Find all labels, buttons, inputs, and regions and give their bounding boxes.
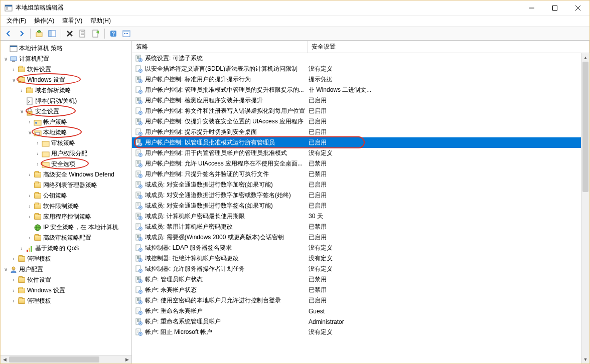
tree-root[interactable]: 本地计算机 策略 (2, 43, 131, 54)
policy-row[interactable]: 域控制器: LDAP 服务器签名要求没有定义 (132, 243, 589, 253)
tree-admin-templates-user[interactable]: ›管理模板 (2, 296, 131, 306)
scrollbar-thumb[interactable] (582, 62, 588, 192)
scroll-left-icon[interactable]: ◀ (1, 355, 9, 363)
policy-row[interactable]: 帐户: 重命名来宾帐户Guest (132, 306, 589, 316)
collapse-icon[interactable]: ∨ (26, 129, 34, 137)
collapse-icon[interactable]: ∨ (18, 108, 26, 116)
properties-button[interactable] (77, 28, 89, 40)
expand-icon[interactable]: › (26, 213, 34, 221)
tree-pane[interactable]: 本地计算机 策略 ∨计算机配置 ›软件设置 ∨Windows 设置 ›域名解析策… (1, 41, 132, 363)
delete-button[interactable] (64, 28, 76, 40)
policy-row[interactable]: 帐户: 来宾帐户状态已禁用 (132, 285, 589, 295)
expand-icon[interactable]: › (34, 160, 42, 168)
policy-row[interactable]: 域成员: 需要强(Windows 2000 或更高版本)会话密钥已启用 (132, 232, 589, 243)
tree-name-resolution[interactable]: ›域名解析策略 (2, 85, 131, 96)
menu-help[interactable]: 帮助(H) (87, 16, 114, 26)
column-header-setting[interactable]: 安全设置 (308, 41, 589, 53)
policy-row[interactable]: 用户帐户控制: 检测应用程序安装并提示提升已启用 (132, 95, 589, 106)
expand-icon[interactable]: › (10, 287, 18, 295)
collapse-icon[interactable]: ∨ (2, 266, 10, 274)
help-button[interactable]: ? (107, 28, 119, 40)
policy-row[interactable]: 用户帐户控制: 标准用户的提升提示行为提示凭据 (132, 74, 589, 85)
show-hide-tree-button[interactable] (46, 28, 58, 40)
tree-windows-settings-user[interactable]: ›Windows 设置 (2, 285, 131, 296)
expand-icon[interactable]: › (26, 203, 34, 211)
tree-app-control[interactable]: ›应用程序控制策略 (2, 212, 131, 222)
expand-icon[interactable]: › (26, 118, 34, 126)
expand-icon[interactable]: › (26, 171, 34, 179)
list-vertical-scrollbar[interactable]: ▲ ▼ (581, 53, 589, 363)
tree-software-restriction[interactable]: ›软件限制策略 (2, 201, 131, 212)
tree-policy-qos[interactable]: ›基于策略的 QoS (2, 243, 131, 254)
export-button[interactable] (90, 28, 102, 40)
expand-icon[interactable]: › (26, 234, 34, 242)
tree-windows-settings[interactable]: ∨Windows 设置 (2, 75, 131, 85)
scrollbar-thumb[interactable] (9, 356, 99, 362)
policy-row[interactable]: 帐户: 管理员帐户状态已禁用 (132, 274, 589, 285)
policy-row[interactable]: 用户帐户控制: 只提升签名并验证的可执行文件已禁用 (132, 169, 589, 179)
scrollbar-track[interactable] (581, 62, 589, 355)
tree-security-options[interactable]: ›安全选项 (2, 159, 131, 169)
policy-row[interactable]: 域成员: 对安全通道数据进行数字加密(如果可能)已启用 (132, 179, 589, 190)
tree-user-config[interactable]: ∨用户配置 (2, 264, 131, 275)
policy-row[interactable]: 域控制器: 拒绝计算机帐户密码更改没有定义 (132, 253, 589, 264)
policy-row[interactable]: 用户帐户控制: 管理员批准模式中管理员的提升权限提示的...非 Windows … (132, 85, 589, 95)
policy-row[interactable]: 帐户: 阻止 Microsoft 帐户没有定义 (132, 327, 589, 337)
tree-software-settings-user[interactable]: ›软件设置 (2, 275, 131, 285)
collapse-icon[interactable]: ∨ (2, 55, 10, 63)
back-button[interactable] (3, 28, 15, 40)
policy-row[interactable]: 域成员: 禁用计算机帐户密码更改已禁用 (132, 222, 589, 232)
close-button[interactable] (566, 1, 589, 16)
expand-icon[interactable]: › (34, 139, 42, 147)
expand-icon[interactable]: › (26, 192, 34, 200)
policy-row[interactable]: 用户帐户控制: 将文件和注册表写入错误虚拟化到每用户位置已启用 (132, 106, 589, 116)
expand-icon[interactable]: › (18, 87, 26, 95)
policy-row[interactable]: 用户帐户控制: 允许 UIAccess 应用程序在不使用安全桌面...已禁用 (132, 158, 589, 169)
tree-security-settings[interactable]: ∨安全设置 (2, 106, 131, 117)
scroll-down-icon[interactable]: ▼ (581, 355, 589, 363)
policy-row[interactable]: 域成员: 计算机帐户密码最长使用期限30 天 (132, 211, 589, 222)
tree-account-policies[interactable]: ›帐户策略 (2, 117, 131, 127)
policy-row[interactable]: 域成员: 对安全通道数据进行数字签名(如果可能)已启用 (132, 201, 589, 211)
tree-ip-security[interactable]: IP 安全策略，在 本地计算机 (2, 222, 131, 233)
policy-row[interactable]: 以安全描述符定义语言(SDDL)语法表示的计算机访问限制没有定义 (132, 64, 589, 74)
policy-row[interactable]: 用户帐户控制: 仅提升安装在安全位置的 UIAccess 应用程序已启用 (132, 116, 589, 127)
tree-scripts[interactable]: 脚本(启动/关机) (2, 96, 131, 106)
expand-icon[interactable]: › (34, 150, 42, 158)
column-header-policy[interactable]: 策略 (132, 41, 308, 53)
collapse-icon[interactable]: ∨ (10, 76, 18, 84)
tree-user-rights[interactable]: ›用户权限分配 (2, 148, 131, 159)
scroll-right-icon[interactable]: ▶ (123, 355, 131, 363)
list-body[interactable]: 系统设置: 可选子系统以安全描述符定义语言(SDDL)语法表示的计算机访问限制没… (132, 53, 589, 363)
menu-file[interactable]: 文件(F) (4, 16, 29, 26)
tree-advanced-audit[interactable]: ›高级审核策略配置 (2, 233, 131, 243)
policy-row[interactable]: 域成员: 对安全通道数据进行数字加密或数字签名(始终)已启用 (132, 190, 589, 201)
tree-network-list[interactable]: 网络列表管理器策略 (2, 180, 131, 191)
tree-local-policies[interactable]: ∨本地策略 (2, 127, 131, 138)
forward-button[interactable] (16, 28, 28, 40)
tree-horizontal-scrollbar[interactable]: ◀ ▶ (1, 355, 131, 363)
policy-row[interactable]: 系统设置: 可选子系统 (132, 53, 589, 64)
policy-row[interactable]: 用户帐户控制: 用于内置管理员帐户的管理员批准模式没有定义 (132, 148, 589, 158)
scrollbar-track[interactable] (9, 355, 123, 363)
tree-computer-config[interactable]: ∨计算机配置 (2, 54, 131, 64)
tree-software-settings[interactable]: ›软件设置 (2, 64, 131, 75)
policy-row[interactable]: 帐户: 使用空密码的本地帐户只允许进行控制台登录已启用 (132, 295, 589, 306)
scroll-up-icon[interactable]: ▲ (581, 53, 589, 62)
menu-action[interactable]: 操作(A) (31, 16, 57, 26)
expand-icon[interactable]: › (18, 245, 26, 253)
menu-view[interactable]: 查看(V) (59, 16, 85, 26)
expand-icon[interactable]: › (10, 255, 18, 263)
expand-icon[interactable]: › (10, 297, 18, 305)
maximize-button[interactable] (543, 1, 566, 16)
expand-icon[interactable]: › (10, 66, 18, 74)
tree-public-key[interactable]: ›公钥策略 (2, 191, 131, 201)
up-button[interactable] (33, 28, 45, 40)
expand-icon[interactable]: › (10, 276, 18, 284)
minimize-button[interactable] (520, 1, 543, 16)
tree-windows-defender[interactable]: ›高级安全 Windows Defend (2, 169, 131, 180)
policy-row[interactable]: 用户帐户控制: 提示提升时切换到安全桌面已启用 (132, 127, 589, 137)
tree-audit-policy[interactable]: ›审核策略 (2, 138, 131, 148)
refresh-button[interactable] (120, 28, 132, 40)
policy-row[interactable]: 域控制器: 允许服务器操作者计划任务没有定义 (132, 264, 589, 274)
